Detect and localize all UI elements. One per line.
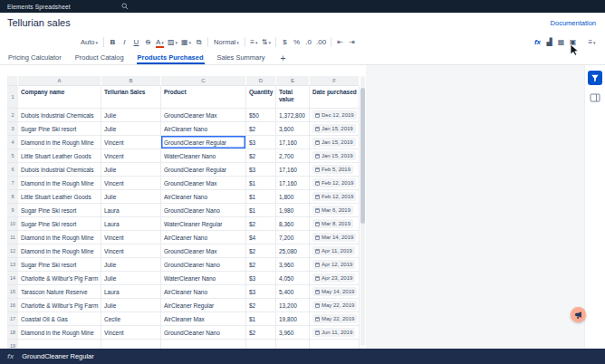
- cell[interactable]: Vincent: [101, 136, 161, 149]
- cell[interactable]: [18, 340, 101, 349]
- cell[interactable]: GroundCleaner Regular: [161, 136, 246, 149]
- cell[interactable]: [101, 340, 161, 349]
- row-header-15[interactable]: 15: [7, 285, 18, 299]
- row-header-19[interactable]: 19: [7, 340, 18, 349]
- row-header-17[interactable]: 17: [7, 312, 18, 326]
- cell[interactable]: Vincent: [101, 231, 161, 244]
- cell[interactable]: 2,700: [276, 149, 310, 163]
- cell[interactable]: Jan 15, 2019: [310, 122, 360, 136]
- cell[interactable]: 1,372,800: [276, 109, 310, 122]
- indent-increase-button[interactable]: ⇥: [346, 35, 358, 49]
- cell[interactable]: Tellurian Sales: [101, 86, 161, 109]
- indent-decrease-button[interactable]: ⇤: [334, 35, 346, 49]
- cell[interactable]: Dec 12, 2019: [310, 109, 360, 122]
- cell[interactable]: Product: [161, 86, 246, 109]
- cell[interactable]: AirCleaner Nano: [161, 285, 246, 299]
- cell[interactable]: 3,960: [276, 326, 310, 340]
- cell[interactable]: $2: [246, 122, 276, 136]
- cell[interactable]: Cecile: [101, 312, 161, 326]
- decrease-decimal-button[interactable]: .0: [302, 35, 314, 49]
- cell[interactable]: Julie: [101, 109, 161, 122]
- cell[interactable]: Charlotte & Wilbur's Pig Farm: [18, 299, 101, 312]
- row-header-3[interactable]: 3: [7, 122, 18, 136]
- vertical-scrollbar[interactable]: [360, 76, 365, 346]
- currency-format-button[interactable]: $: [279, 35, 291, 49]
- percent-format-button[interactable]: %: [291, 35, 302, 49]
- cell[interactable]: 19,800: [276, 312, 310, 326]
- text-color-button[interactable]: A▾: [154, 35, 166, 49]
- cell[interactable]: AirCleaner Nano: [161, 231, 246, 244]
- cell[interactable]: Sugar Pine Ski resort: [18, 258, 101, 272]
- tab-product-catalog[interactable]: Product Catalog: [74, 52, 125, 64]
- cell[interactable]: WaterCleaner Nano: [161, 272, 246, 285]
- row-header-5[interactable]: 5: [7, 149, 18, 163]
- cell[interactable]: Sugar Pine Ski resort: [18, 122, 101, 136]
- cell[interactable]: 8,360: [276, 217, 310, 231]
- cell[interactable]: Dubois Industrial Chemicals: [18, 109, 101, 122]
- cell[interactable]: Vincent: [101, 326, 161, 340]
- row-header-8[interactable]: 8: [7, 190, 18, 204]
- fill-color-button[interactable]: ▨▾: [166, 35, 179, 49]
- cell[interactable]: Laura: [101, 285, 161, 299]
- italic-button[interactable]: I: [119, 35, 130, 49]
- cell[interactable]: $3: [246, 163, 276, 177]
- cell[interactable]: Julie: [101, 163, 161, 177]
- cell[interactable]: Julie: [101, 258, 161, 272]
- cell[interactable]: $3: [246, 272, 276, 285]
- cell[interactable]: GroundCleaner Nano: [161, 326, 246, 340]
- cell[interactable]: AirCleaner Nano: [161, 190, 246, 204]
- cell[interactable]: 5,400: [276, 285, 310, 299]
- cell[interactable]: $2: [246, 244, 276, 258]
- cell[interactable]: 17,160: [276, 177, 310, 190]
- cell[interactable]: Sugar Pine Ski resort: [18, 204, 101, 217]
- cell[interactable]: Little Stuart Leather Goods: [18, 149, 101, 163]
- align-left-button[interactable]: ≡▾: [248, 35, 260, 49]
- cell[interactable]: May 22, 2019: [310, 312, 360, 326]
- cell[interactable]: 7,200: [276, 231, 310, 244]
- cell[interactable]: Date purchased: [310, 86, 360, 109]
- cell[interactable]: 3,600: [276, 122, 310, 136]
- cell[interactable]: $2: [246, 258, 276, 272]
- cell[interactable]: Dubois Industrial Chemicals: [18, 163, 101, 177]
- cell[interactable]: Jan 15, 2019: [310, 136, 360, 149]
- cell[interactable]: $1: [246, 312, 276, 326]
- filter-button[interactable]: [588, 71, 602, 85]
- cell[interactable]: 3,960: [276, 258, 310, 272]
- cell[interactable]: 1,800: [276, 190, 310, 204]
- search-icon[interactable]: [121, 3, 129, 10]
- strikethrough-button[interactable]: S: [142, 35, 154, 49]
- side-panel-button[interactable]: [589, 92, 601, 103]
- insert-table-button[interactable]: ▦: [555, 35, 567, 49]
- corner-cell[interactable]: [7, 76, 18, 86]
- vertical-align-button[interactable]: ⇅▾: [260, 35, 273, 49]
- cell[interactable]: $1: [246, 204, 276, 217]
- cell[interactable]: 4,050: [276, 272, 310, 285]
- column-header-E[interactable]: E: [276, 76, 310, 86]
- cell[interactable]: [276, 340, 310, 349]
- cell[interactable]: $3: [246, 285, 276, 299]
- cell[interactable]: Vincent: [101, 244, 161, 258]
- bold-button[interactable]: B: [107, 35, 119, 49]
- column-header-B[interactable]: B: [101, 76, 161, 86]
- cell[interactable]: WaterCleaner Nano: [161, 149, 246, 163]
- overflow-menu-button[interactable]: ≡▾: [586, 35, 598, 49]
- row-header-1[interactable]: 1: [7, 86, 18, 109]
- cell[interactable]: [161, 340, 246, 349]
- cell[interactable]: Apr 11, 2019: [310, 244, 360, 258]
- row-header-2[interactable]: 2: [7, 109, 18, 122]
- cell[interactable]: Mar 14, 2019: [310, 231, 360, 244]
- column-header-D[interactable]: D: [246, 76, 276, 86]
- cell[interactable]: $2: [246, 149, 276, 163]
- cell[interactable]: $1: [246, 190, 276, 204]
- tab-pricing-calculator[interactable]: Pricing Calculator: [7, 52, 62, 64]
- cell[interactable]: Laura: [101, 217, 161, 231]
- add-sheet-button[interactable]: +: [277, 52, 288, 64]
- tab-products-purchased[interactable]: Products Purchased: [137, 52, 205, 64]
- cell[interactable]: Company name: [18, 86, 101, 109]
- cell[interactable]: Coastal Oil & Gas: [18, 312, 101, 326]
- cell[interactable]: GroundCleaner Regular: [161, 163, 246, 177]
- cell[interactable]: Diamond in the Rough Mine: [18, 136, 101, 149]
- cell[interactable]: Diamond in the Rough Mine: [18, 326, 101, 340]
- row-header-16[interactable]: 16: [7, 299, 18, 312]
- font-select[interactable]: Auto▾: [78, 35, 101, 49]
